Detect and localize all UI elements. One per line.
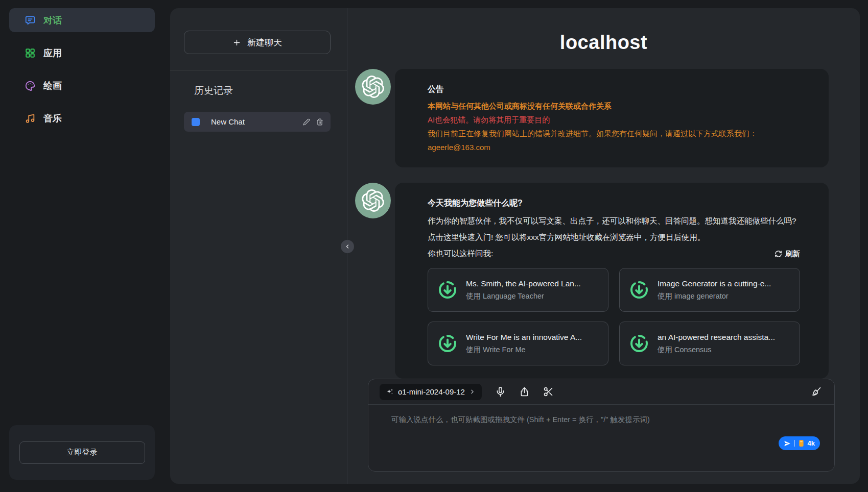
sidebar-item-paint[interactable]: 绘画 <box>9 73 155 97</box>
intro-heading: 今天我能为您做些什么呢? <box>428 196 800 210</box>
app-grid-icon <box>25 47 36 59</box>
suggestion-subtitle: 使用 image generator <box>658 291 771 301</box>
chat-list-panel: 新建聊天 历史记录 New Chat <box>170 8 347 484</box>
suggestion-subtitle: 使用 Write For Me <box>466 345 582 355</box>
suggestion-title: Ms. Smith, the AI-powered Lan... <box>466 279 581 288</box>
upload-file-button[interactable] <box>519 386 530 397</box>
sidebar-item-label: 应用 <box>43 47 62 59</box>
suggestion-texts: Write For Me is an innovative A... 使用 Wr… <box>466 333 582 355</box>
chevron-right-icon <box>469 388 476 395</box>
chat-area: localhost 公告 本网站与任何其他公司或商标没有任何关联或合作关系 AI… <box>347 8 860 484</box>
hint-row: 你也可以这样问我: 刷新 <box>428 245 800 262</box>
announcement-heading: 公告 <box>428 82 800 96</box>
assistant-avatar <box>355 183 391 218</box>
suggestion-grid: Ms. Smith, the AI-powered Lan... 使用 Lang… <box>428 268 800 365</box>
collapse-sidebar-button[interactable] <box>341 240 354 253</box>
chat-color-icon <box>192 118 200 126</box>
send-button[interactable]: 4k <box>779 436 820 450</box>
intro-hint: 你也可以这样问我: <box>428 245 493 262</box>
screenshot-crop-button[interactable] <box>543 386 554 397</box>
download-circle-icon <box>629 280 649 300</box>
suggestion-subtitle: 使用 Language Teacher <box>466 291 581 301</box>
send-divider <box>794 440 795 447</box>
suggestion-card[interactable]: Ms. Smith, the AI-powered Lan... 使用 Lang… <box>428 268 608 312</box>
sidebar-item-label: 绘画 <box>43 80 62 92</box>
new-chat-label: 新建聊天 <box>247 37 282 48</box>
trash-icon[interactable] <box>316 118 323 126</box>
sidebar-item-apps[interactable]: 应用 <box>9 41 155 65</box>
suggestion-card[interactable]: Write For Me is an innovative A... 使用 Wr… <box>428 322 608 365</box>
model-name: o1-mini-2024-09-12 <box>398 387 465 396</box>
intro-bubble: 今天我能为您做些什么呢? 作为你的智慧伙伴，我不仅可以写文案、出点子，还可以和你… <box>395 183 829 379</box>
suggestion-texts: Image Generator is a cutting-e... 使用 ima… <box>658 279 771 301</box>
assistant-message-intro: 今天我能为您做些什么呢? 作为你的智慧伙伴，我不仅可以写文案、出点子，还可以和你… <box>347 183 860 379</box>
music-note-icon <box>25 113 36 124</box>
sparkle-icon <box>386 388 394 396</box>
clear-context-button[interactable] <box>811 386 822 397</box>
token-count: 4k <box>808 439 815 447</box>
assistant-avatar <box>355 69 391 105</box>
announcement-bubble: 公告 本网站与任何其他公司或商标没有任何关联或合作关系 AI也会犯错。请勿将其用… <box>395 69 829 167</box>
sidebar-item-music[interactable]: 音乐 <box>9 106 155 130</box>
refresh-suggestions-button[interactable]: 刷新 <box>775 249 800 259</box>
download-circle-icon <box>437 280 458 300</box>
suggestion-title: Image Generator is a cutting-e... <box>658 279 771 288</box>
model-selector-button[interactable]: o1-mini-2024-09-12 <box>380 384 482 400</box>
history-item[interactable]: New Chat <box>184 112 331 132</box>
announcement-line-disclaimer: 本网站与任何其他公司或商标没有任何关联或合作关系 <box>428 99 800 113</box>
announcement-email[interactable]: ageerle@163.com <box>428 140 800 154</box>
upload-icon <box>519 386 530 397</box>
sidebar-item-label: 音乐 <box>43 112 62 125</box>
paper-plane-icon <box>784 440 791 447</box>
download-circle-icon <box>437 333 458 354</box>
chat-bubble-icon <box>25 15 36 26</box>
message-input[interactable] <box>368 405 834 451</box>
download-circle-icon <box>629 333 649 354</box>
openai-logo-icon <box>362 76 384 98</box>
suggestion-subtitle: 使用 Consensus <box>658 345 775 355</box>
palette-icon <box>25 80 36 91</box>
divider <box>170 70 347 71</box>
sidebar: 对话 应用 绘画 音乐 立即登 <box>0 0 170 492</box>
history-item-actions <box>303 118 323 126</box>
history-item-title: New Chat <box>211 117 303 126</box>
plus-icon <box>232 38 241 47</box>
mic-icon <box>495 386 506 397</box>
scissors-icon <box>543 386 554 397</box>
token-icon <box>799 439 804 447</box>
sidebar-item-chat[interactable]: 对话 <box>9 8 155 32</box>
announcement-line-warning: AI也会犯错。请勿将其用于重要目的 <box>428 113 800 127</box>
page-title: localhost <box>347 32 860 54</box>
edit-icon[interactable] <box>303 118 310 126</box>
openai-logo-icon <box>362 189 384 212</box>
suggestion-card[interactable]: Image Generator is a cutting-e... 使用 ima… <box>619 268 800 312</box>
suggestion-title: an AI-powered research assista... <box>658 333 775 342</box>
broom-icon <box>811 386 822 397</box>
suggestion-title: Write For Me is an innovative A... <box>466 333 582 342</box>
new-chat-button[interactable]: 新建聊天 <box>184 31 331 54</box>
chevron-left-icon <box>344 243 350 250</box>
refresh-label: 刷新 <box>785 249 800 259</box>
suggestion-texts: an AI-powered research assista... 使用 Con… <box>658 333 775 355</box>
history-title: 历史记录 <box>194 84 347 97</box>
suggestion-card[interactable]: an AI-powered research assista... 使用 Con… <box>619 322 800 365</box>
intro-body: 作为你的智慧伙伴，我不仅可以写文案、出点子，还可以和你聊天、回答问题。想知道我还… <box>428 213 800 245</box>
microphone-button[interactable] <box>495 386 506 397</box>
suggestion-texts: Ms. Smith, the AI-powered Lan... 使用 Lang… <box>466 279 581 301</box>
composer: o1-mini-2024-09-12 <box>368 379 835 472</box>
announcement-line-contact: 我们目前正在修复我们网站上的错误并改进细节。如果您有任何疑问，请通过以下方式联系… <box>428 127 800 140</box>
composer-toolbar: o1-mini-2024-09-12 <box>368 379 834 405</box>
refresh-icon <box>775 250 782 258</box>
login-button[interactable]: 立即登录 <box>19 441 145 464</box>
main-panel: 新建聊天 历史记录 New Chat <box>170 8 860 484</box>
login-card: 立即登录 <box>9 425 155 480</box>
assistant-message-announcement: 公告 本网站与任何其他公司或商标没有任何关联或合作关系 AI也会犯错。请勿将其用… <box>347 69 860 167</box>
sidebar-item-label: 对话 <box>43 14 62 27</box>
